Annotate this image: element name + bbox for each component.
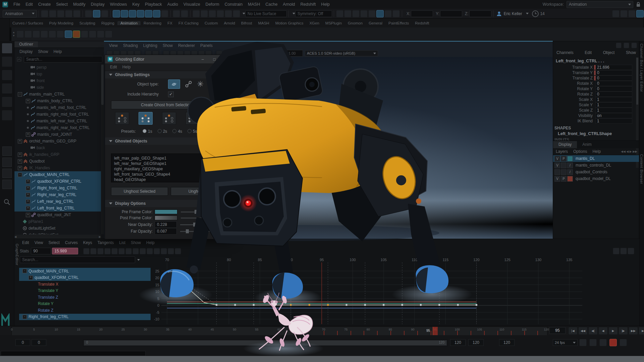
- new-scene-icon[interactable]: [41, 10, 48, 17]
- layer-nav-icons[interactable]: ◀◀ ◀ ▶ ▶▶: [621, 150, 637, 153]
- lasso-tool-icon[interactable]: [2, 56, 12, 67]
- outliner-item-right-rear-leg-ctrl[interactable]: +Right_rear_leg_CTRL: [14, 191, 101, 198]
- channel-attr-visibility[interactable]: Visibilityon: [553, 113, 639, 118]
- ipr-render-icon[interactable]: [352, 10, 360, 17]
- post-frame-color-swatch[interactable]: [155, 216, 177, 220]
- menu-file[interactable]: File: [11, 2, 23, 7]
- step-back-frame-button[interactable]: ◀◀: [578, 327, 588, 335]
- snap-view-icon[interactable]: [145, 10, 152, 17]
- shelf-tab-sculpting[interactable]: Sculpting: [76, 21, 98, 25]
- outliner-item-left-front-leg-ctrl[interactable]: +Left_front_leg_CTRL: [14, 205, 101, 212]
- outliner-item-orchid-mantis-geo-grp[interactable]: +orchid_mantis_GEO_GRP: [14, 138, 101, 144]
- layer-playback-toggle[interactable]: P: [561, 176, 567, 182]
- viewport-menu-renderer[interactable]: Renderer: [176, 43, 197, 48]
- viewport-menu-panels[interactable]: Panels: [198, 43, 215, 48]
- redo-icon[interactable]: [73, 10, 80, 17]
- outliner-menu-show[interactable]: Show: [36, 49, 50, 54]
- playback-end-field[interactable]: 120: [450, 339, 466, 346]
- ghost-style-button-1[interactable]: [115, 112, 129, 125]
- expander-icon[interactable]: +: [18, 153, 22, 157]
- anim-end-field[interactable]: 120: [468, 339, 484, 346]
- shelf-tab-custom[interactable]: Custom: [202, 21, 221, 25]
- outliner-item-side[interactable]: side: [14, 84, 101, 91]
- far-opacity-field[interactable]: 0.087: [155, 228, 177, 235]
- graph-menu-tangents[interactable]: Tangents: [95, 240, 116, 245]
- post-frame-color-slider[interactable]: [181, 218, 227, 219]
- shape-name[interactable]: Left_front_leg_CTRLShape: [553, 130, 639, 136]
- render-settings-icon[interactable]: [360, 10, 368, 17]
- pre-frame-color-swatch[interactable]: [155, 209, 177, 214]
- play-backwards-button[interactable]: ◀: [598, 327, 608, 335]
- menu-edit[interactable]: Edit: [23, 2, 36, 7]
- outliner-item-quadbot-root-jnt[interactable]: +quadBot_root_JNT: [14, 212, 101, 218]
- move-tool-icon[interactable]: [2, 83, 12, 94]
- outliner-vscrollbar[interactable]: [101, 64, 104, 234]
- layout-persp-outliner-button[interactable]: [2, 169, 12, 178]
- open-scene-icon[interactable]: [16, 31, 24, 38]
- anim-start-field[interactable]: 0: [15, 339, 30, 346]
- expander-icon[interactable]: +: [26, 213, 30, 217]
- viewport-teal-icon[interactable]: [376, 10, 384, 17]
- snap-surface-icon[interactable]: [153, 10, 160, 17]
- layer-type-swatch[interactable]: [567, 176, 573, 182]
- link-icon-6-icon[interactable]: [233, 10, 240, 17]
- select-object-icon[interactable]: [93, 10, 100, 17]
- layer-row-mantis-dl[interactable]: VPmantis_DL: [553, 155, 639, 162]
- graph-tool-icon-6[interactable]: [118, 248, 125, 254]
- user-account-menu[interactable]: Eric Keller: [496, 11, 529, 16]
- ghosted-object[interactable]: left_front_tarsus_GEO_Shape4: [114, 172, 225, 177]
- expander-icon[interactable]: -: [18, 173, 22, 177]
- graph-channel-rotate-y[interactable]: Rotate Y: [19, 301, 151, 307]
- select-tool-icon[interactable]: [2, 43, 12, 54]
- outliner-item-mantis-main-ctrl[interactable]: -mantis_main_CTRL: [14, 91, 101, 98]
- link-icon-4-icon[interactable]: [217, 10, 224, 17]
- layer-visible-toggle[interactable]: V: [554, 156, 560, 162]
- shelf-tab-fx[interactable]: FX: [164, 21, 175, 25]
- create-clip-icon[interactable]: [81, 31, 88, 38]
- maximize-button[interactable]: □: [209, 57, 220, 62]
- outliner-item-ik-handles-grp[interactable]: +ik_handles_GRP: [14, 151, 101, 158]
- menu-audio[interactable]: Audio: [165, 2, 181, 7]
- anim-prefs-gear-icon[interactable]: [620, 339, 627, 346]
- ghost-style-button-4[interactable]: [185, 112, 200, 125]
- ghosted-objects-list[interactable]: left_max_palp_GEO_Shape1left_rear_femur_…: [111, 154, 226, 182]
- menu-constrain[interactable]: Constrain: [222, 2, 246, 7]
- ghost-style-button-3[interactable]: [162, 112, 176, 125]
- stats-frame-field[interactable]: 90: [31, 248, 51, 254]
- shelf-tab-rendering[interactable]: Rendering: [141, 21, 164, 25]
- layout-graph-persp-button[interactable]: [2, 180, 12, 189]
- snap-curve-icon[interactable]: [121, 10, 128, 17]
- layer-type-swatch[interactable]: /: [567, 169, 573, 175]
- save-scene-icon[interactable]: [57, 10, 64, 17]
- outliner-item-defaultlightset[interactable]: defaultLightSet: [14, 225, 101, 232]
- expander-icon[interactable]: +: [26, 99, 30, 103]
- outliner-filter-icon[interactable]: [16, 57, 22, 62]
- outliner-item-quadbot-main-ctrl[interactable]: -Quadbot_MAIN_CTRL: [14, 171, 101, 178]
- scale-tool-icon[interactable]: [2, 110, 12, 121]
- xray-icon[interactable]: [269, 51, 275, 56]
- expander-icon[interactable]: +: [26, 186, 30, 190]
- layer-menu-layers[interactable]: Layers: [553, 149, 571, 154]
- channel-manip-icon-3[interactable]: [631, 43, 637, 48]
- channel-attr-scale-y[interactable]: Scale Y1: [553, 102, 639, 108]
- go-to-start-button[interactable]: |◀: [568, 327, 578, 335]
- loop-playback-icon[interactable]: [589, 339, 597, 346]
- menu-deform[interactable]: Deform: [203, 2, 222, 7]
- graph-tool-icon-2[interactable]: [90, 248, 97, 254]
- graph-tool-icon-5[interactable]: [111, 248, 118, 254]
- outliner-menu-display[interactable]: Display: [17, 49, 35, 54]
- ghosting-menu-help[interactable]: Help: [120, 65, 133, 69]
- save-scene-icon[interactable]: [24, 31, 32, 38]
- outliner-item-mantis-body-ctrl[interactable]: +mantis_body_CTRL: [14, 98, 101, 104]
- channel-manip-icon-1[interactable]: [616, 43, 622, 48]
- expander-icon[interactable]: +: [26, 193, 30, 197]
- channel-attr-ik-blend[interactable]: IK Blend1: [553, 118, 639, 124]
- viewport-menu-show[interactable]: Show: [160, 43, 175, 48]
- tab-channel-box-layer-editor[interactable]: Channel Box / Layer Editor: [640, 44, 644, 124]
- graph-menu-keys[interactable]: Keys: [81, 240, 95, 245]
- workspace-lock-icon[interactable]: [636, 2, 641, 7]
- outliner-menu-help[interactable]: Help: [51, 49, 64, 54]
- playblast-icon[interactable]: [49, 31, 56, 38]
- live-surface-field[interactable]: No Live Surface: [245, 10, 287, 17]
- shelf-tab-gnomon[interactable]: Gnomon: [345, 21, 366, 25]
